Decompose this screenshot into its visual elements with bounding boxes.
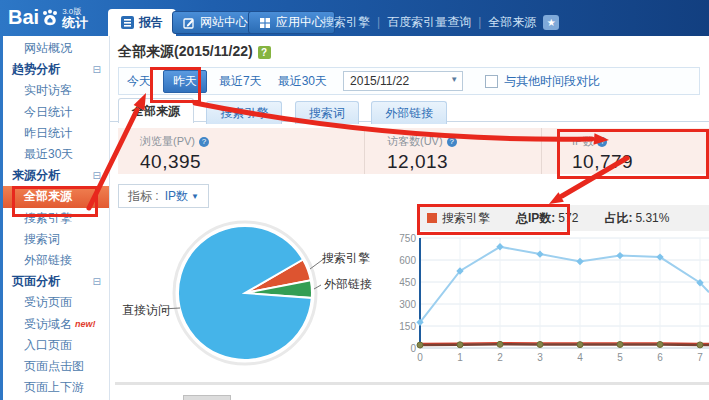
tab-search-terms[interactable]: 搜索词 [295, 101, 359, 124]
sidebar-section-header: 来源分析⊟ [3, 165, 109, 186]
header-quick-links: 搜索引擎 | 百度索引量查询 | 全部来源 ★ [322, 0, 559, 36]
sidebar-item[interactable]: 页面上下游 [3, 377, 109, 398]
svg-text:3: 3 [537, 352, 543, 363]
sidebar-item[interactable]: 昨日统计 [3, 123, 109, 144]
sidebar-item[interactable]: 网站概况 [3, 38, 109, 59]
sidebar-item[interactable]: 今日统计 [3, 102, 109, 123]
sidebar-section-header: 页面分析⊟ [3, 271, 109, 292]
collapse-icon[interactable]: ⊟ [93, 170, 101, 181]
source-tabs: 全部来源 搜索引擎 搜索词 外部链接 [110, 98, 709, 122]
svg-text:150: 150 [399, 321, 416, 332]
svg-text:7: 7 [697, 352, 703, 363]
svg-text:4: 4 [577, 352, 583, 363]
sidebar-item[interactable]: 搜索引擎 [3, 208, 109, 229]
edit-icon [183, 17, 195, 29]
stat-ip: IP数 ? 10,779 [542, 128, 709, 174]
sidebar-item[interactable]: 页面点击图 [3, 356, 109, 377]
report-icon [121, 16, 134, 29]
chart-legend: 搜索引擎 总IP数: 572 占比: 5.31% [418, 205, 709, 231]
svg-text:750: 750 [399, 233, 416, 244]
filter-last7[interactable]: 最近7天 [219, 73, 262, 90]
sidebar-item[interactable]: 受访域名new! [3, 313, 109, 334]
sidebar-section-header: 趋势分析⊟ [3, 59, 109, 80]
sidebar-item[interactable]: 全部来源 [3, 186, 109, 207]
header-tab-site-center[interactable]: 网站中心 [172, 11, 259, 34]
logo-product: 统计 [62, 16, 88, 30]
legend-total-value: 572 [558, 211, 578, 225]
legend-series-name: 搜索引擎 [442, 210, 490, 227]
quick-link-baidu-index[interactable]: 百度索引量查询 [387, 14, 471, 31]
legend-share-value: 5.31% [635, 211, 669, 225]
sidebar-nav: 网站概况趋势分析⊟实时访客今日统计昨日统计最近30天来源分析⊟全部来源搜索引擎搜… [0, 36, 110, 400]
filter-last30[interactable]: 最近30天 [278, 73, 327, 90]
sidebar-item[interactable]: 外部链接 [3, 250, 109, 271]
svg-text:600: 600 [399, 255, 416, 266]
stat-uv: 访客数(UV) ? 12,013 [365, 128, 542, 174]
logo-text: Bai [8, 4, 39, 30]
svg-text:6: 6 [657, 352, 663, 363]
svg-text:300: 300 [399, 299, 416, 310]
pie-label-external-link: 外部链接 [324, 276, 372, 293]
cutoff-control[interactable] [183, 395, 231, 400]
stat-pv: 浏览量(PV) ? 40,395 [118, 128, 365, 174]
collapse-icon[interactable]: ⊟ [93, 276, 101, 287]
date-picker-input[interactable]: 2015/11/22 ▼ [343, 71, 463, 91]
quick-link-search-engine[interactable]: 搜索引擎 [322, 14, 370, 31]
tab-external-links[interactable]: 外部链接 [371, 101, 447, 124]
svg-text:1: 1 [457, 352, 463, 363]
tab-search-engine[interactable]: 搜索引擎 [206, 101, 282, 124]
svg-text:450: 450 [399, 277, 416, 288]
sidebar-item[interactable]: 实时访客 [3, 80, 109, 101]
help-circle-icon[interactable]: ? [199, 137, 209, 147]
pie-label-search-engine: 搜索引擎 [322, 250, 370, 267]
filter-yesterday[interactable]: 昨天 [163, 70, 207, 93]
compare-checkbox[interactable] [485, 75, 498, 88]
help-circle-icon[interactable]: ? [597, 137, 607, 147]
quick-link-all-sources[interactable]: 全部来源 [488, 14, 536, 31]
stat-pv-value: 40,395 [140, 151, 364, 173]
chevron-down-icon: ▼ [191, 192, 199, 201]
sidebar-item[interactable]: 入口页面 [3, 335, 109, 356]
chevron-down-icon: ▼ [450, 75, 458, 84]
main-content: 全部来源(2015/11/22) ? 今天 昨天 最近7天 最近30天 2015… [110, 36, 709, 400]
legend-color-swatch [427, 213, 437, 223]
svg-text:0: 0 [417, 352, 423, 363]
date-filter-bar: 今天 昨天 最近7天 最近30天 2015/11/22 ▼ 与其他时间段对比 [118, 67, 700, 95]
new-badge: new! [75, 319, 96, 329]
page-title: 全部来源(2015/11/22) ? [118, 43, 271, 61]
section-divider [115, 382, 709, 385]
compare-label: 与其他时间段对比 [504, 73, 600, 90]
star-icon[interactable]: ★ [543, 15, 559, 30]
top-header: Bai 3.0版 统计 报告 网站中心 [0, 0, 709, 36]
grid-icon [259, 17, 271, 29]
metric-selector[interactable]: 指标 : IP数 ▼ [118, 184, 209, 208]
collapse-icon[interactable]: ⊟ [93, 64, 101, 75]
help-circle-icon[interactable]: ? [447, 137, 457, 147]
tab-all-sources[interactable]: 全部来源 [118, 98, 194, 123]
stat-ip-value: 10,779 [572, 151, 709, 173]
svg-text:5: 5 [617, 352, 623, 363]
sidebar-item[interactable]: 搜索词 [3, 229, 109, 250]
pie-label-direct-visit: 直接访问 [122, 302, 170, 319]
svg-text:2: 2 [497, 352, 503, 363]
stat-uv-value: 12,013 [387, 151, 541, 173]
header-tab-report[interactable]: 报告 [108, 9, 176, 36]
stats-strip: 浏览量(PV) ? 40,395 访客数(UV) ? 12,013 IP数 ? … [118, 128, 709, 174]
line-chart: 015030045060075001234567 [395, 232, 709, 372]
filter-today[interactable]: 今天 [127, 73, 151, 90]
baidu-logo: Bai 3.0版 统计 [8, 4, 88, 30]
sidebar-item[interactable]: 受访页面 [3, 292, 109, 313]
help-icon[interactable]: ? [258, 46, 271, 59]
sidebar-item[interactable]: 最近30天 [3, 144, 109, 165]
baidu-paw-icon [40, 8, 60, 28]
svg-text:0: 0 [410, 343, 416, 354]
